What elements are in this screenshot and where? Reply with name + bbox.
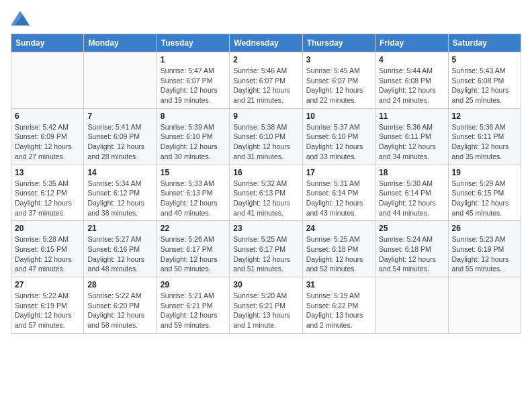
calendar-cell: 13Sunrise: 5:35 AM Sunset: 6:12 PM Dayli… xyxy=(11,165,84,221)
calendar-cell: 12Sunrise: 5:36 AM Sunset: 6:11 PM Dayli… xyxy=(448,108,521,165)
calendar-cell: 3Sunrise: 5:45 AM Sunset: 6:07 PM Daylig… xyxy=(302,52,375,109)
day-info: Sunrise: 5:19 AM Sunset: 6:22 PM Dayligh… xyxy=(306,291,371,330)
calendar-cell: 26Sunrise: 5:23 AM Sunset: 6:19 PM Dayli… xyxy=(448,221,521,277)
calendar-cell: 30Sunrise: 5:20 AM Sunset: 6:21 PM Dayli… xyxy=(230,277,302,334)
day-number: 17 xyxy=(306,168,371,177)
day-number: 9 xyxy=(233,111,298,121)
calendar-cell: 9Sunrise: 5:38 AM Sunset: 6:10 PM Daylig… xyxy=(230,108,302,165)
day-number: 20 xyxy=(15,224,80,233)
day-info: Sunrise: 5:37 AM Sunset: 6:10 PM Dayligh… xyxy=(306,122,371,162)
calendar-cell: 7Sunrise: 5:41 AM Sunset: 6:09 PM Daylig… xyxy=(84,108,157,165)
calendar-cell xyxy=(11,52,84,109)
day-number: 28 xyxy=(87,280,152,289)
logo-icon xyxy=(11,11,30,26)
day-info: Sunrise: 5:39 AM Sunset: 6:10 PM Dayligh… xyxy=(161,122,226,162)
weekday-header: Friday xyxy=(375,34,448,52)
day-number: 16 xyxy=(233,168,298,177)
day-info: Sunrise: 5:28 AM Sunset: 6:15 PM Dayligh… xyxy=(15,234,80,274)
day-info: Sunrise: 5:30 AM Sunset: 6:14 PM Dayligh… xyxy=(379,179,444,218)
day-info: Sunrise: 5:38 AM Sunset: 6:10 PM Dayligh… xyxy=(233,122,298,162)
calendar-cell: 11Sunrise: 5:36 AM Sunset: 6:11 PM Dayli… xyxy=(375,108,448,165)
day-number: 3 xyxy=(306,55,371,64)
calendar-cell: 2Sunrise: 5:46 AM Sunset: 6:07 PM Daylig… xyxy=(230,52,302,109)
day-number: 4 xyxy=(379,55,444,64)
day-number: 2 xyxy=(233,55,298,64)
day-number: 19 xyxy=(452,168,517,177)
day-number: 26 xyxy=(452,224,517,233)
day-info: Sunrise: 5:35 AM Sunset: 6:12 PM Dayligh… xyxy=(15,179,80,218)
day-number: 21 xyxy=(87,224,152,233)
day-number: 30 xyxy=(233,280,298,289)
calendar-cell: 23Sunrise: 5:25 AM Sunset: 6:17 PM Dayli… xyxy=(230,221,302,277)
day-info: Sunrise: 5:33 AM Sunset: 6:13 PM Dayligh… xyxy=(161,179,226,218)
calendar-cell xyxy=(375,277,448,334)
weekday-header: Monday xyxy=(84,34,157,52)
calendar-cell: 4Sunrise: 5:44 AM Sunset: 6:08 PM Daylig… xyxy=(375,52,448,109)
day-number: 18 xyxy=(379,168,444,177)
day-number: 8 xyxy=(161,111,226,121)
logo xyxy=(11,11,32,26)
day-number: 29 xyxy=(161,280,226,289)
day-number: 10 xyxy=(306,111,371,121)
calendar-cell: 28Sunrise: 5:22 AM Sunset: 6:20 PM Dayli… xyxy=(84,277,157,334)
day-info: Sunrise: 5:22 AM Sunset: 6:19 PM Dayligh… xyxy=(15,291,80,330)
calendar-cell: 20Sunrise: 5:28 AM Sunset: 6:15 PM Dayli… xyxy=(11,221,84,277)
day-info: Sunrise: 5:26 AM Sunset: 6:17 PM Dayligh… xyxy=(161,234,226,274)
day-info: Sunrise: 5:42 AM Sunset: 6:09 PM Dayligh… xyxy=(15,122,80,162)
calendar-cell: 25Sunrise: 5:24 AM Sunset: 6:18 PM Dayli… xyxy=(375,221,448,277)
calendar-cell: 22Sunrise: 5:26 AM Sunset: 6:17 PM Dayli… xyxy=(157,221,229,277)
day-info: Sunrise: 5:31 AM Sunset: 6:14 PM Dayligh… xyxy=(306,179,371,218)
day-info: Sunrise: 5:36 AM Sunset: 6:11 PM Dayligh… xyxy=(379,122,444,162)
day-number: 14 xyxy=(87,168,152,177)
day-number: 27 xyxy=(15,280,80,289)
calendar-week-row: 13Sunrise: 5:35 AM Sunset: 6:12 PM Dayli… xyxy=(11,165,521,221)
day-number: 23 xyxy=(233,224,298,233)
day-info: Sunrise: 5:46 AM Sunset: 6:07 PM Dayligh… xyxy=(233,66,298,105)
day-number: 5 xyxy=(452,55,517,64)
calendar-cell: 5Sunrise: 5:43 AM Sunset: 6:08 PM Daylig… xyxy=(448,52,521,109)
day-info: Sunrise: 5:34 AM Sunset: 6:12 PM Dayligh… xyxy=(87,179,152,218)
day-info: Sunrise: 5:36 AM Sunset: 6:11 PM Dayligh… xyxy=(452,122,517,162)
day-info: Sunrise: 5:21 AM Sunset: 6:21 PM Dayligh… xyxy=(161,291,226,330)
weekday-header: Tuesday xyxy=(157,34,229,52)
calendar-header: SundayMondayTuesdayWednesdayThursdayFrid… xyxy=(11,34,521,52)
calendar-cell: 18Sunrise: 5:30 AM Sunset: 6:14 PM Dayli… xyxy=(375,165,448,221)
calendar-cell: 16Sunrise: 5:32 AM Sunset: 6:13 PM Dayli… xyxy=(230,165,302,221)
calendar-cell: 10Sunrise: 5:37 AM Sunset: 6:10 PM Dayli… xyxy=(302,108,375,165)
day-number: 25 xyxy=(379,224,444,233)
day-info: Sunrise: 5:44 AM Sunset: 6:08 PM Dayligh… xyxy=(379,66,444,105)
calendar-cell: 31Sunrise: 5:19 AM Sunset: 6:22 PM Dayli… xyxy=(302,277,375,334)
calendar-week-row: 20Sunrise: 5:28 AM Sunset: 6:15 PM Dayli… xyxy=(11,221,521,277)
day-number: 31 xyxy=(306,280,371,289)
day-info: Sunrise: 5:43 AM Sunset: 6:08 PM Dayligh… xyxy=(452,66,517,105)
day-number: 11 xyxy=(379,111,444,121)
day-info: Sunrise: 5:24 AM Sunset: 6:18 PM Dayligh… xyxy=(379,234,444,274)
day-info: Sunrise: 5:41 AM Sunset: 6:09 PM Dayligh… xyxy=(87,122,152,162)
calendar-cell: 6Sunrise: 5:42 AM Sunset: 6:09 PM Daylig… xyxy=(11,108,84,165)
calendar-cell: 19Sunrise: 5:29 AM Sunset: 6:15 PM Dayli… xyxy=(448,165,521,221)
day-number: 22 xyxy=(161,224,226,233)
weekday-header: Thursday xyxy=(302,34,375,52)
calendar-cell: 29Sunrise: 5:21 AM Sunset: 6:21 PM Dayli… xyxy=(157,277,229,334)
weekday-header: Wednesday xyxy=(230,34,302,52)
day-info: Sunrise: 5:20 AM Sunset: 6:21 PM Dayligh… xyxy=(233,291,298,330)
weekday-header: Sunday xyxy=(11,34,84,52)
calendar-cell: 8Sunrise: 5:39 AM Sunset: 6:10 PM Daylig… xyxy=(157,108,229,165)
calendar-week-row: 6Sunrise: 5:42 AM Sunset: 6:09 PM Daylig… xyxy=(11,108,521,165)
calendar-cell: 17Sunrise: 5:31 AM Sunset: 6:14 PM Dayli… xyxy=(302,165,375,221)
calendar-cell xyxy=(84,52,157,109)
calendar-cell: 14Sunrise: 5:34 AM Sunset: 6:12 PM Dayli… xyxy=(84,165,157,221)
day-number: 1 xyxy=(161,55,226,64)
day-info: Sunrise: 5:45 AM Sunset: 6:07 PM Dayligh… xyxy=(306,66,371,105)
day-number: 7 xyxy=(87,111,152,121)
day-number: 12 xyxy=(452,111,517,121)
day-info: Sunrise: 5:23 AM Sunset: 6:19 PM Dayligh… xyxy=(452,234,517,274)
calendar-cell: 24Sunrise: 5:25 AM Sunset: 6:18 PM Dayli… xyxy=(302,221,375,277)
calendar-cell: 15Sunrise: 5:33 AM Sunset: 6:13 PM Dayli… xyxy=(157,165,229,221)
calendar-cell: 27Sunrise: 5:22 AM Sunset: 6:19 PM Dayli… xyxy=(11,277,84,334)
calendar-cell: 1Sunrise: 5:47 AM Sunset: 6:07 PM Daylig… xyxy=(157,52,229,109)
day-number: 13 xyxy=(15,168,80,177)
calendar-week-row: 27Sunrise: 5:22 AM Sunset: 6:19 PM Dayli… xyxy=(11,277,521,334)
day-info: Sunrise: 5:32 AM Sunset: 6:13 PM Dayligh… xyxy=(233,179,298,218)
calendar-cell: 21Sunrise: 5:27 AM Sunset: 6:16 PM Dayli… xyxy=(84,221,157,277)
